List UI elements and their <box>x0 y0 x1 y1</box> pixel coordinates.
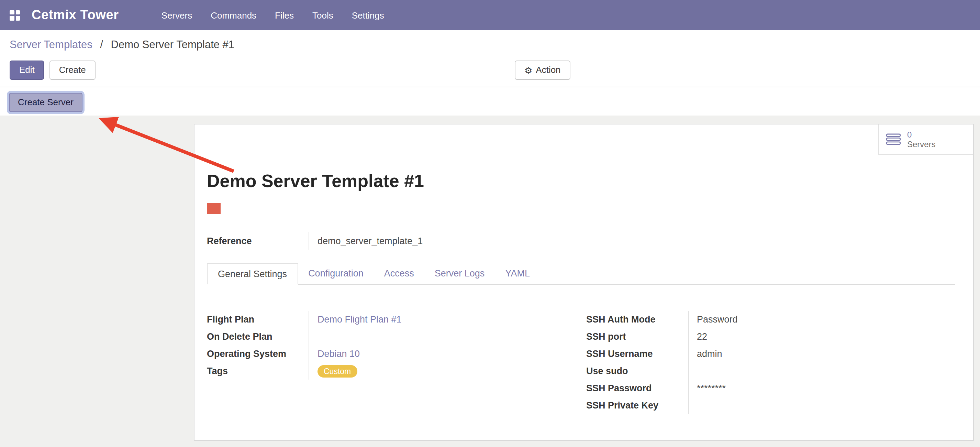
breadcrumb-separator: / <box>100 38 103 50</box>
color-swatch <box>207 203 221 214</box>
menu-item-files[interactable]: Files <box>275 10 294 20</box>
field-value-reference: demo_server_template_1 <box>318 232 955 250</box>
edit-button[interactable]: Edit <box>10 61 45 80</box>
field-label-flight-plan: Flight Plan <box>207 311 309 328</box>
use-sudo-value <box>697 362 955 380</box>
servers-label: Servers <box>907 139 935 149</box>
tab-access[interactable]: Access <box>374 263 424 284</box>
content-area: 0 Servers Demo Server Template #1 Refere… <box>0 115 980 447</box>
menu-item-tools[interactable]: Tools <box>312 10 333 20</box>
breadcrumb-link-server-templates[interactable]: Server Templates <box>10 38 92 50</box>
tab-general-settings[interactable]: General Settings <box>207 263 298 285</box>
flight-plan-link[interactable]: Demo Flight Plan #1 <box>318 314 402 325</box>
menu-item-commands[interactable]: Commands <box>211 10 256 20</box>
ssh-auth-mode-value: Password <box>697 311 955 328</box>
field-label-tags: Tags <box>207 362 309 380</box>
ssh-port-value: 22 <box>697 328 955 345</box>
breadcrumb: Server Templates / Demo Server Template … <box>0 30 980 58</box>
apps-grid-dot <box>16 16 20 20</box>
brand-title[interactable]: Cetmix Tower <box>32 8 119 23</box>
operating-system-link[interactable]: Debian 10 <box>318 349 360 359</box>
apps-grid-dot <box>10 10 14 14</box>
top-navbar: Cetmix Tower Servers Commands Files Tool… <box>0 0 980 30</box>
ssh-password-value: ******** <box>697 380 955 397</box>
servers-icon <box>886 133 901 145</box>
action-button-label: Action <box>536 65 560 76</box>
create-server-button[interactable]: Create Server <box>9 93 83 112</box>
tab-configuration[interactable]: Configuration <box>298 263 374 284</box>
form-sheet: 0 Servers Demo Server Template #1 Refere… <box>194 124 974 441</box>
reference-field: Reference demo_server_template_1 <box>207 232 955 250</box>
on-delete-plan-value <box>318 328 586 345</box>
actions-row: Edit Create ⚙ Action <box>0 58 980 87</box>
field-label-ssh-auth-mode: SSH Auth Mode <box>586 311 688 328</box>
apps-grid-icon[interactable] <box>10 10 20 20</box>
servers-count: 0 <box>907 129 935 139</box>
notebook-tabs: General Settings Configuration Access Se… <box>207 263 955 285</box>
fields-grid: Flight Plan On Delete Plan Operating Sys… <box>207 311 955 414</box>
ssh-username-value: admin <box>697 345 955 362</box>
action-button[interactable]: ⚙ Action <box>515 61 570 80</box>
servers-stat-text: 0 Servers <box>907 129 935 149</box>
field-label-ssh-port: SSH port <box>586 328 688 345</box>
control-panel: Server Templates / Demo Server Template … <box>0 30 980 116</box>
field-label-reference: Reference <box>207 232 309 250</box>
main-menu: Servers Commands Files Tools Settings <box>162 10 384 20</box>
field-label-ssh-private-key: SSH Private Key <box>586 397 688 414</box>
gear-icon: ⚙ <box>524 65 532 75</box>
field-group-right: SSH Auth Mode SSH port SSH Username Use … <box>586 311 955 414</box>
tag-custom: Custom <box>318 365 357 377</box>
apps-grid-dot <box>16 10 20 14</box>
field-label-ssh-username: SSH Username <box>586 345 688 362</box>
servers-stat-button[interactable]: 0 Servers <box>878 125 973 155</box>
form-statusbar: Create Server <box>0 87 980 115</box>
field-label-on-delete-plan: On Delete Plan <box>207 328 309 345</box>
sheet-body: Demo Server Template #1 Reference demo_s… <box>194 125 973 414</box>
tab-server-logs[interactable]: Server Logs <box>424 263 495 284</box>
field-label-operating-system: Operating System <box>207 345 309 362</box>
app-window: Cetmix Tower Servers Commands Files Tool… <box>0 0 980 447</box>
field-group-left: Flight Plan On Delete Plan Operating Sys… <box>207 311 586 380</box>
menu-item-servers[interactable]: Servers <box>162 10 192 20</box>
create-button[interactable]: Create <box>49 61 95 80</box>
field-label-use-sudo: Use sudo <box>586 362 688 380</box>
breadcrumb-current: Demo Server Template #1 <box>111 38 235 50</box>
menu-item-settings[interactable]: Settings <box>352 10 384 20</box>
apps-grid-dot <box>10 16 14 20</box>
ssh-private-key-value <box>697 397 955 414</box>
tab-yaml[interactable]: YAML <box>495 263 540 284</box>
field-label-ssh-password: SSH Password <box>586 380 688 397</box>
record-title: Demo Server Template #1 <box>207 170 955 192</box>
